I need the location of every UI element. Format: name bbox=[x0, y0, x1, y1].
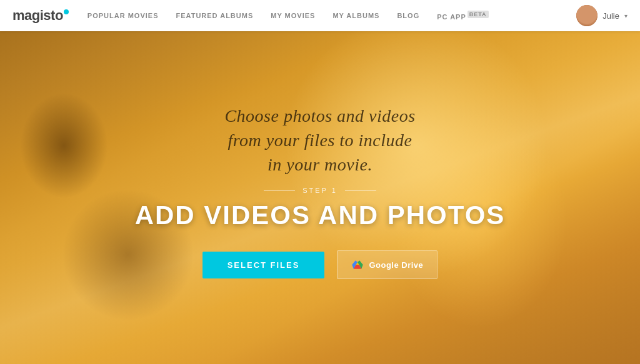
cta-row: Select Files Google Drive bbox=[202, 250, 438, 279]
navbar: magisto Popular Movies Featured Albums M… bbox=[0, 0, 640, 31]
nav-my-movies[interactable]: My Movies bbox=[271, 12, 315, 19]
user-area[interactable]: Julie ▾ bbox=[576, 5, 628, 26]
step-label: Step 1 bbox=[264, 187, 376, 194]
avatar bbox=[576, 5, 598, 26]
nav-pc-app[interactable]: PC AppBETA bbox=[437, 11, 488, 21]
beta-badge: BETA bbox=[468, 11, 489, 18]
google-drive-icon bbox=[351, 258, 364, 271]
nav-my-albums[interactable]: My Albums bbox=[332, 12, 379, 19]
nav-blog[interactable]: Blog bbox=[397, 12, 419, 19]
nav-featured-albums[interactable]: Featured Albums bbox=[176, 12, 253, 19]
hero-title: Add Videos and Photos bbox=[135, 200, 506, 230]
logo-text: magisto bbox=[12, 7, 63, 24]
nav-links: Popular Movies Featured Albums My Movies… bbox=[88, 11, 576, 21]
google-drive-button[interactable]: Google Drive bbox=[337, 250, 438, 279]
hero-content: Choose photos and videos from your files… bbox=[0, 19, 640, 364]
select-files-button[interactable]: Select Files bbox=[202, 252, 325, 278]
user-name: Julie bbox=[602, 11, 619, 21]
nav-popular-movies[interactable]: Popular Movies bbox=[88, 12, 159, 19]
logo[interactable]: magisto bbox=[12, 7, 69, 24]
hero-tagline: Choose photos and videos from your files… bbox=[224, 104, 415, 177]
logo-dot bbox=[64, 9, 69, 14]
chevron-down-icon: ▾ bbox=[624, 12, 628, 19]
avatar-face bbox=[576, 5, 598, 26]
